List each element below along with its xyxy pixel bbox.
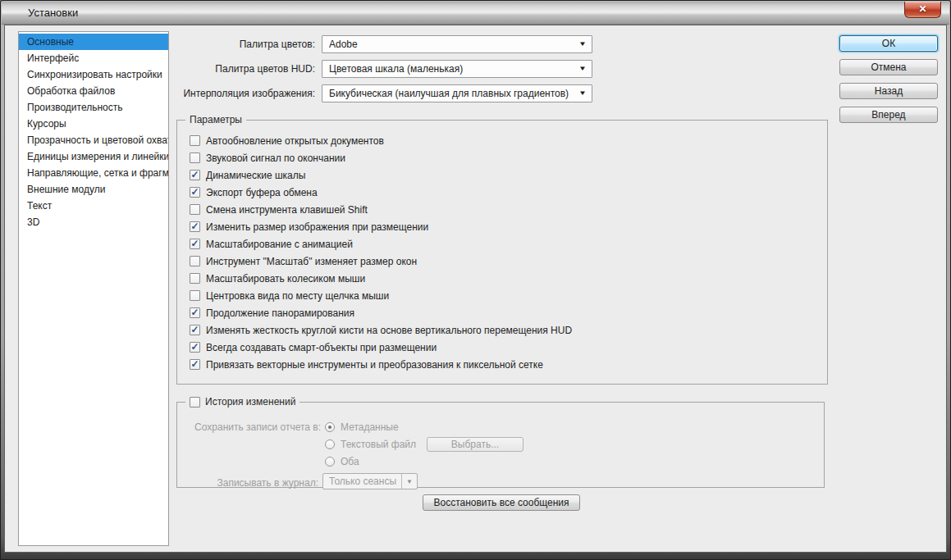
checkbox[interactable]: ✓ bbox=[190, 359, 200, 370]
choose-file-button[interactable]: Выбрать... bbox=[427, 437, 524, 452]
checkbox-label: Изменить размер изображения при размещен… bbox=[206, 221, 428, 233]
radio-button[interactable] bbox=[325, 422, 335, 432]
checkbox-row[interactable]: ✓ Звуковой сигнал по окончании bbox=[190, 149, 827, 166]
checkbox-label: Смена инструмента клавишей Shift bbox=[206, 204, 368, 216]
dropdown[interactable]: Adobe ▼ bbox=[322, 35, 592, 53]
checkbox[interactable]: ✓ bbox=[190, 239, 200, 249]
checkbox-row[interactable]: ✓ Продолжение панорамирования bbox=[190, 304, 827, 321]
checkbox-label: Динамические шкалы bbox=[206, 170, 305, 181]
save-report-label: Сохранить записи отчета в: bbox=[177, 421, 321, 433]
dropdown-label: Палитра цветов: bbox=[5, 39, 322, 50]
checkmark-icon: ✓ bbox=[190, 325, 199, 335]
history-checkbox[interactable]: ✓ bbox=[190, 397, 200, 407]
checkbox-row[interactable]: ✓ Динамические шкалы bbox=[190, 166, 827, 184]
checkbox-label: Продолжение панорамирования bbox=[206, 307, 354, 319]
checkbox[interactable]: ✓ bbox=[190, 204, 200, 215]
radio-label: Текстовый файл bbox=[341, 439, 416, 450]
checkbox-row[interactable]: ✓ Инструмент "Масштаб" изменяет размер о… bbox=[190, 253, 827, 270]
top-form: Палитра цветов: Adobe ▼ Палитра цветов H… bbox=[5, 35, 592, 109]
checkbox[interactable]: ✓ bbox=[190, 256, 200, 266]
checkbox[interactable]: ✓ bbox=[190, 187, 200, 198]
dropdown-value: Цветовая шкала (маленькая) bbox=[329, 63, 463, 75]
sidebar-item[interactable]: Курсоры bbox=[19, 116, 168, 132]
checkbox-row[interactable]: ✓ Центровка вида по месту щелчка мыши bbox=[190, 287, 827, 304]
checkbox-row[interactable]: ✓ Изменять жесткость круглой кисти на ос… bbox=[190, 321, 827, 339]
checkbox-row[interactable]: ✓ Масштабирование с анимацией bbox=[190, 235, 827, 253]
sidebar-item[interactable]: Единицы измерения и линейки bbox=[19, 148, 168, 165]
action-buttons: ОК Отмена Назад Вперед bbox=[839, 35, 938, 130]
checkbox[interactable]: ✓ bbox=[190, 170, 200, 180]
action-button[interactable]: Вперед bbox=[839, 107, 938, 123]
checkbox-label: Автообновление открытых документов bbox=[206, 135, 384, 147]
checkmark-icon: ✓ bbox=[190, 342, 199, 352]
window-title: Установки bbox=[28, 7, 78, 19]
checkbox-label: Всегда создавать смарт-объекты при разме… bbox=[206, 342, 437, 353]
history-group: ✓ История изменений Сохранить записи отч… bbox=[176, 396, 825, 488]
checkbox-label: Изменять жесткость круглой кисти на осно… bbox=[206, 325, 572, 336]
checkbox-row[interactable]: ✓ Смена инструмента клавишей Shift bbox=[190, 201, 827, 218]
preferences-dialog: Установки ✕ Основные Интерфейс Синхрониз… bbox=[0, 0, 951, 560]
checkbox[interactable]: ✓ bbox=[190, 342, 200, 353]
checkbox-row[interactable]: ✓ Всегда создавать смарт-объекты при раз… bbox=[190, 339, 827, 356]
sidebar-item[interactable]: Прозрачность и цветовой охват bbox=[19, 132, 168, 148]
radio-row[interactable]: Оба bbox=[325, 453, 416, 470]
radio-row[interactable]: Метаданные bbox=[325, 418, 416, 435]
checkbox[interactable]: ✓ bbox=[190, 273, 200, 284]
action-button[interactable]: Назад bbox=[839, 83, 938, 99]
log-mode-label: Записывать в журнал: bbox=[177, 477, 318, 489]
checkbox[interactable]: ✓ bbox=[190, 307, 200, 318]
checkmark-icon: ✓ bbox=[190, 359, 199, 369]
checkmark-icon: ✓ bbox=[190, 239, 199, 248]
dropdown-label: Палитра цветов HUD: bbox=[5, 63, 322, 75]
checkbox-label: Масштабировать колесиком мыши bbox=[206, 273, 365, 285]
radio-row[interactable]: Текстовый файл bbox=[325, 435, 416, 453]
log-mode-value: Только сеансы bbox=[323, 476, 401, 487]
sidebar-item[interactable]: Текст bbox=[19, 198, 168, 214]
dropdown-label: Интерполяция изображения: bbox=[5, 88, 322, 99]
checkbox-row[interactable]: ✓ Изменить размер изображения при размещ… bbox=[190, 218, 827, 235]
radio-dot-icon bbox=[328, 426, 331, 429]
log-mode-dropdown[interactable]: Только сеансы ▼ bbox=[322, 473, 418, 489]
checkmark-icon: ✓ bbox=[190, 221, 199, 231]
checkbox[interactable]: ✓ bbox=[190, 221, 200, 232]
radio-button[interactable] bbox=[325, 457, 335, 467]
checkmark-icon: ✓ bbox=[190, 170, 199, 180]
checkbox[interactable]: ✓ bbox=[190, 290, 200, 301]
titlebar[interactable]: Установки ✕ bbox=[2, 2, 949, 25]
form-row: Палитра цветов HUD: Цветовая шкала (мале… bbox=[5, 60, 592, 78]
action-button[interactable]: ОК bbox=[839, 35, 938, 52]
checkbox[interactable]: ✓ bbox=[190, 153, 200, 163]
dialog-content: Основные Интерфейс Синхронизировать наст… bbox=[4, 25, 947, 553]
dropdown-arrow-icon: ▼ bbox=[578, 41, 587, 48]
history-group-title: История изменений bbox=[205, 396, 295, 407]
radio-label: Метаданные bbox=[341, 421, 399, 433]
sidebar-item[interactable]: Внешние модули bbox=[19, 181, 168, 198]
checkbox-row[interactable]: ✓ Привязать векторные инструменты и прео… bbox=[190, 356, 827, 373]
checkbox-label: Звуковой сигнал по окончании bbox=[206, 153, 345, 164]
history-legend: ✓ История изменений bbox=[185, 396, 299, 407]
dropdown-value: Бикубическая (наилучшая для плавных град… bbox=[329, 88, 569, 99]
dropdown-arrow-icon: ▼ bbox=[578, 66, 587, 72]
sidebar-item[interactable]: 3D bbox=[19, 214, 168, 230]
action-button[interactable]: Отмена bbox=[839, 59, 938, 75]
dropdown-value: Adobe bbox=[329, 39, 358, 50]
checkbox[interactable]: ✓ bbox=[190, 135, 200, 146]
checkbox-label: Масштабирование с анимацией bbox=[206, 239, 353, 250]
reset-all-messages-button[interactable]: Восстановить все сообщения bbox=[423, 494, 580, 511]
options-group-title: Параметры bbox=[185, 114, 246, 125]
checkmark-icon: ✓ bbox=[190, 187, 199, 197]
close-button[interactable]: ✕ bbox=[904, 2, 941, 18]
checkbox[interactable]: ✓ bbox=[190, 325, 200, 335]
options-group: Параметры ✓ Автообновление открытых доку… bbox=[176, 114, 828, 385]
checkbox-list: ✓ Автообновление открытых документов ✓ З… bbox=[177, 125, 827, 373]
radio-label: Оба bbox=[341, 456, 359, 467]
checkbox-row[interactable]: ✓ Экспорт буфера обмена bbox=[190, 184, 827, 201]
checkbox-label: Инструмент "Масштаб" изменяет размер око… bbox=[206, 256, 417, 267]
checkbox-row[interactable]: ✓ Масштабировать колесиком мыши bbox=[190, 270, 827, 287]
sidebar-item[interactable]: Направляющие, сетка и фрагменты bbox=[19, 165, 168, 181]
dropdown[interactable]: Бикубическая (наилучшая для плавных град… bbox=[322, 84, 592, 102]
checkbox-row[interactable]: ✓ Автообновление открытых документов bbox=[190, 132, 827, 149]
dropdown[interactable]: Цветовая шкала (маленькая) ▼ bbox=[322, 60, 592, 78]
close-icon: ✕ bbox=[918, 3, 926, 15]
radio-button[interactable] bbox=[325, 439, 335, 449]
